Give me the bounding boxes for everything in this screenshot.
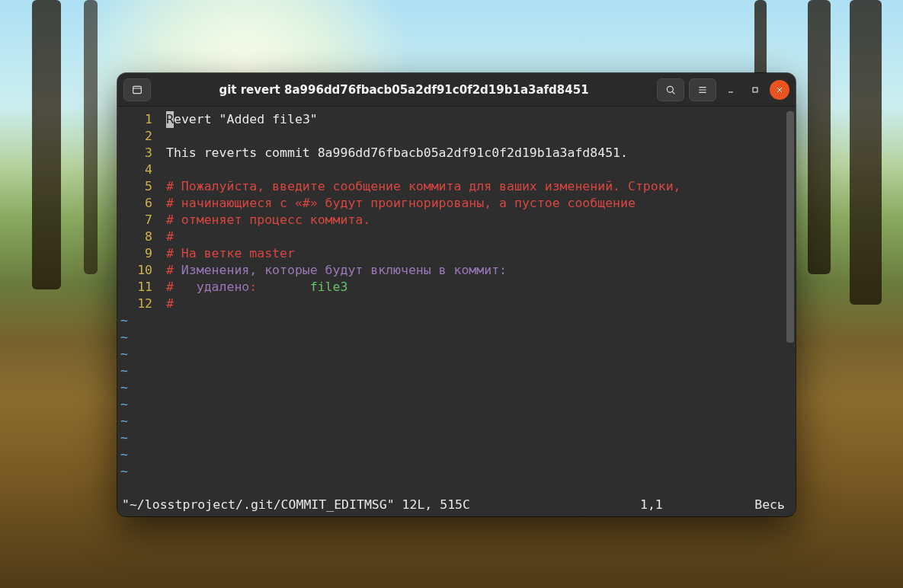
code-text: # [166, 263, 174, 277]
status-position: 1,1 [640, 497, 732, 513]
maximize-button[interactable] [745, 80, 765, 100]
desktop-background: git revert 8a996dd76fbacb05a2df91c0f2d19… [0, 0, 903, 588]
line-number: 11 [117, 279, 152, 296]
svg-rect-2 [753, 88, 757, 92]
code-text: file3 [257, 280, 347, 294]
tilde-line: ~ [120, 379, 128, 396]
tilde-line: ~ [120, 413, 128, 430]
code-area[interactable]: Revert "Added file3"This reverts commit … [166, 111, 782, 312]
code-line[interactable]: This reverts commit 8a996dd76fbacb05a2df… [166, 145, 782, 161]
vim-status-bar: "~/losstproject/.git/COMMIT_EDITMSG" 12L… [122, 497, 785, 513]
code-line[interactable] [166, 161, 782, 178]
tilde-line: ~ [120, 312, 128, 329]
code-text: # [166, 229, 174, 244]
code-text: удалено [174, 280, 249, 294]
search-button[interactable] [657, 78, 684, 101]
code-text: This reverts commit 8a996dd76fbacb05a2df… [166, 145, 628, 160]
line-number-gutter: 123456789101112 [117, 111, 160, 312]
tilde-line: ~ [120, 329, 128, 346]
new-tab-button[interactable] [123, 78, 151, 101]
status-percent: Весь [732, 497, 785, 513]
line-number: 10 [117, 262, 152, 279]
code-line[interactable] [166, 128, 782, 145]
line-number: 3 [117, 145, 152, 161]
code-text: # На ветке master [166, 246, 295, 260]
empty-line-tildes: ~~~~~~~~~~ [120, 312, 128, 480]
code-line[interactable]: # [166, 296, 782, 312]
tilde-line: ~ [120, 363, 128, 379]
tilde-line: ~ [120, 463, 128, 480]
close-button[interactable] [770, 80, 789, 100]
svg-point-1 [667, 86, 673, 92]
line-number: 2 [117, 128, 152, 145]
tilde-line: ~ [120, 430, 128, 446]
line-number: 8 [117, 228, 152, 245]
terminal-window: git revert 8a996dd76fbacb05a2df91c0f2d19… [117, 73, 796, 516]
scrollbar-thumb[interactable] [786, 111, 794, 343]
line-number: 12 [117, 296, 152, 312]
code-text: # [166, 280, 174, 294]
minimize-button[interactable] [721, 80, 741, 100]
code-line[interactable]: # На ветке master [166, 245, 782, 262]
code-line[interactable]: # Изменения, которые будут включены в ко… [166, 262, 782, 279]
window-title: git revert 8a996dd76fbacb05a2df91c0f2d19… [157, 83, 651, 97]
code-text: : [249, 280, 257, 294]
cursor: R [166, 111, 174, 128]
status-file: "~/losstproject/.git/COMMIT_EDITMSG" 12L… [122, 497, 470, 513]
line-number: 7 [117, 212, 152, 228]
line-number: 4 [117, 161, 152, 178]
line-number: 9 [117, 245, 152, 262]
vim-editor[interactable]: 123456789101112 Revert "Added file3"This… [117, 107, 796, 516]
line-number: 6 [117, 195, 152, 212]
code-line[interactable]: # Пожалуйста, введите сообщение коммита … [166, 178, 782, 195]
code-text: # начинающиеся с «#» будут проигнорирова… [166, 196, 636, 210]
code-text: # [166, 296, 174, 311]
menu-button[interactable] [689, 78, 716, 101]
code-text: Изменения, которые будут включены в комм… [174, 263, 507, 277]
tilde-line: ~ [120, 446, 128, 463]
tilde-line: ~ [120, 346, 128, 363]
svg-rect-0 [133, 86, 142, 93]
line-number: 5 [117, 178, 152, 195]
titlebar[interactable]: git revert 8a996dd76fbacb05a2df91c0f2d19… [117, 73, 796, 107]
code-line[interactable]: # [166, 228, 782, 245]
code-line[interactable]: # отменяет процесс коммита. [166, 212, 782, 228]
scrollbar[interactable] [786, 111, 794, 497]
code-line[interactable]: # удалено: file3 [166, 279, 782, 296]
code-line[interactable]: # начинающиеся с «#» будут проигнорирова… [166, 195, 782, 212]
line-number: 1 [117, 111, 152, 128]
tilde-line: ~ [120, 396, 128, 413]
code-line[interactable]: Revert "Added file3" [166, 111, 782, 128]
code-text: # отменяет процесс коммита. [166, 213, 370, 227]
code-text: # Пожалуйста, введите сообщение коммита … [166, 179, 681, 193]
code-text: evert "Added file3" [174, 112, 318, 126]
